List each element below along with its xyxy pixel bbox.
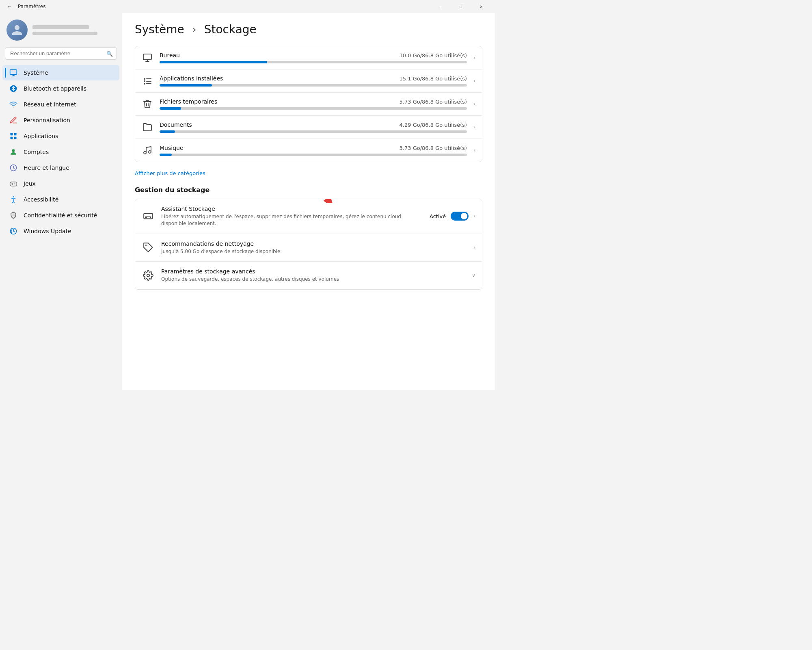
music-progress-fill: [160, 154, 172, 156]
breadcrumb-current: Stockage: [204, 23, 257, 36]
apps-chevron: ›: [473, 78, 475, 84]
svg-rect-3: [14, 133, 17, 136]
avatar[interactable]: [6, 20, 28, 41]
temp-chevron: ›: [473, 101, 475, 107]
svg-point-27: [147, 274, 150, 277]
assistant-toggle-label: Activé: [430, 213, 446, 219]
sidebar-label-comptes: Comptes: [24, 149, 49, 155]
user-email: [32, 32, 97, 35]
sidebar-item-apps[interactable]: Applications: [2, 128, 119, 144]
apps-header: Applications installées 15.1 Go/86.8 Go …: [160, 75, 467, 82]
sidebar-item-reseau[interactable]: Réseau et Internet: [2, 97, 119, 112]
temp-progress-bg: [160, 107, 467, 110]
bureau-name: Bureau: [160, 52, 180, 58]
management-section-title: Gestion du stockage: [135, 186, 482, 194]
update-icon: [9, 227, 18, 236]
sidebar: 🔍 Système Bluetooth: [0, 13, 122, 390]
sidebar-label-confidential: Confidentialité et sécurité: [24, 212, 97, 219]
svg-rect-4: [11, 137, 13, 139]
sidebar-item-confidential[interactable]: Confidentialité et sécurité: [2, 208, 119, 223]
show-more-link[interactable]: Afficher plus de catégories: [135, 169, 205, 178]
music-chevron: ›: [473, 147, 475, 153]
svg-point-20: [144, 152, 146, 154]
temp-size: 5.73 Go/86.8 Go utilisé(s): [400, 99, 467, 105]
wifi-icon: [9, 100, 18, 109]
avances-right: ∨: [472, 273, 475, 278]
minimize-button[interactable]: –: [431, 0, 450, 13]
recommandations-chevron: ›: [473, 245, 475, 250]
storage-item-docs[interactable]: Documents 4.29 Go/86.8 Go utilisé(s) ›: [135, 116, 482, 139]
svg-rect-0: [10, 70, 17, 75]
svg-rect-2: [11, 133, 13, 136]
back-button[interactable]: ←: [5, 3, 14, 10]
assistant-desc: Libérez automatiquement de l'espace, sup…: [161, 213, 423, 227]
docs-icon: [142, 121, 153, 133]
apps-info: Applications installées 15.1 Go/86.8 Go …: [160, 75, 467, 87]
management-items-list: Assistant Stockage Libérez automatiqueme…: [135, 199, 482, 290]
svg-point-26: [145, 245, 147, 246]
search-icon: 🔍: [106, 50, 113, 56]
docs-info: Documents 4.29 Go/86.8 Go utilisé(s): [160, 121, 467, 133]
clock-icon: [9, 163, 18, 172]
sidebar-item-systeme[interactable]: Système: [2, 65, 119, 80]
assistant-right: Activé ›: [430, 212, 475, 221]
apps-progress-fill: [160, 84, 212, 87]
temp-info: Fichiers temporaires 5.73 Go/86.8 Go uti…: [160, 98, 467, 110]
svg-rect-13: [143, 54, 151, 60]
sidebar-item-update[interactable]: Windows Update: [2, 223, 119, 239]
apps-icon: [9, 132, 18, 141]
gamepad-icon: [9, 179, 18, 188]
music-header: Musique 3.73 Go/86.8 Go utilisé(s): [160, 145, 467, 151]
sidebar-item-access[interactable]: Accessibilité: [2, 192, 119, 207]
bureau-header: Bureau 30.0 Go/86.8 Go utilisé(s): [160, 52, 467, 58]
sidebar-label-reseau: Réseau et Internet: [24, 101, 76, 108]
search-input[interactable]: [5, 47, 117, 60]
music-info: Musique 3.73 Go/86.8 Go utilisé(s): [160, 145, 467, 156]
title-bar: ← Paramètres – □ ✕: [0, 0, 495, 13]
svg-point-25: [150, 217, 151, 218]
svg-rect-14: [144, 78, 145, 80]
management-item-avances[interactable]: Paramètres de stockage avancés Options d…: [135, 262, 482, 289]
sidebar-item-jeux[interactable]: Jeux: [2, 176, 119, 191]
sidebar-label-access: Accessibilité: [24, 196, 58, 203]
gear-icon: [142, 269, 155, 282]
temp-header: Fichiers temporaires 5.73 Go/86.8 Go uti…: [160, 98, 467, 105]
accessibility-icon: [9, 195, 18, 204]
page-title: Système › Stockage: [135, 23, 257, 36]
bluetooth-icon: [9, 84, 18, 93]
bureau-icon: [142, 52, 153, 63]
music-name: Musique: [160, 145, 184, 151]
storage-item-music[interactable]: Musique 3.73 Go/86.8 Go utilisé(s) ›: [135, 139, 482, 162]
nav-list: Système Bluetooth et appareils Réseau: [0, 63, 122, 241]
temp-icon: [142, 98, 153, 110]
page-header: Système › Stockage: [135, 23, 482, 36]
sidebar-item-bluetooth[interactable]: Bluetooth et appareils: [2, 81, 119, 96]
user-name: [32, 25, 89, 29]
breadcrumb-parent: Système: [135, 23, 184, 36]
avances-text: Paramètres de stockage avancés Options d…: [161, 268, 465, 283]
svg-point-9: [15, 183, 15, 184]
svg-rect-16: [144, 83, 145, 84]
management-item-recommandations[interactable]: Recommandations de nettoyage Jusqu'à 5.0…: [135, 234, 482, 262]
bureau-progress-fill: [160, 61, 267, 63]
svg-point-11: [13, 196, 14, 197]
bureau-info: Bureau 30.0 Go/86.8 Go utilisé(s): [160, 52, 467, 63]
assistant-toggle[interactable]: [451, 212, 469, 221]
sidebar-item-comptes[interactable]: Comptes: [2, 144, 119, 160]
svg-rect-5: [14, 137, 17, 139]
sidebar-item-perso[interactable]: Personnalisation: [2, 113, 119, 128]
maximize-button[interactable]: □: [451, 0, 470, 13]
close-button[interactable]: ✕: [472, 0, 490, 13]
sidebar-label-heure: Heure et langue: [24, 165, 69, 171]
management-item-assistant[interactable]: Assistant Stockage Libérez automatiqueme…: [135, 199, 482, 234]
sidebar-item-heure[interactable]: Heure et langue: [2, 160, 119, 176]
storage-items-list: Bureau 30.0 Go/86.8 Go utilisé(s) ›: [135, 46, 482, 162]
storage-item-temp[interactable]: Fichiers temporaires 5.73 Go/86.8 Go uti…: [135, 93, 482, 116]
docs-header: Documents 4.29 Go/86.8 Go utilisé(s): [160, 121, 467, 128]
storage-item-bureau[interactable]: Bureau 30.0 Go/86.8 Go utilisé(s) ›: [135, 46, 482, 69]
storage-item-apps[interactable]: Applications installées 15.1 Go/86.8 Go …: [135, 69, 482, 93]
docs-size: 4.29 Go/86.8 Go utilisé(s): [400, 122, 467, 128]
title-bar-title: Paramètres: [18, 4, 45, 9]
apps-size: 15.1 Go/86.8 Go utilisé(s): [400, 76, 467, 82]
docs-chevron: ›: [473, 124, 475, 130]
